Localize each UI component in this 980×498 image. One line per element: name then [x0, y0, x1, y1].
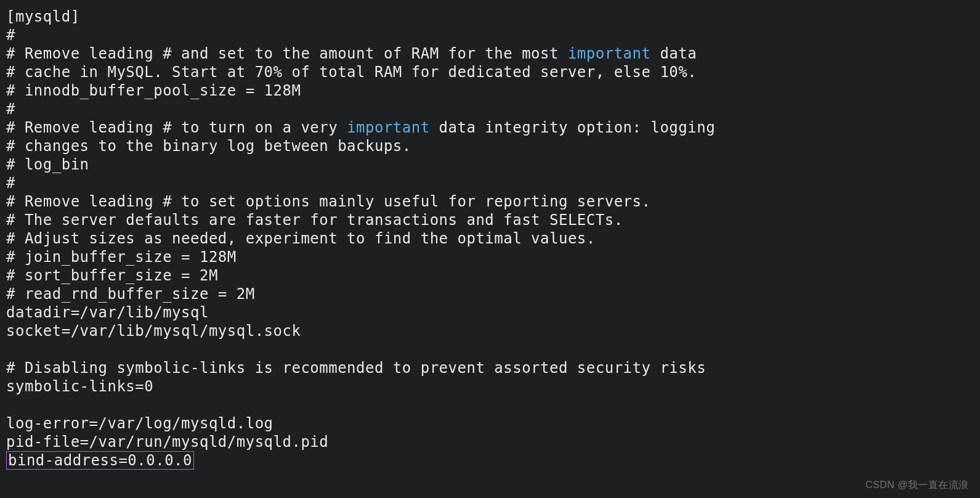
- config-line: # Disabling symbolic-links is recommende…: [6, 359, 706, 377]
- config-line: symbolic-links=0: [6, 378, 153, 395]
- config-line: # The server defaults are faster for tra…: [6, 211, 623, 229]
- config-line: # changes to the binary log between back…: [6, 137, 411, 155]
- config-line: [mysqld]: [6, 8, 80, 25]
- config-line: # cache in MySQL. Start at 70% of total …: [6, 63, 697, 81]
- config-line: # innodb_buffer_pool_size = 128M: [6, 82, 301, 99]
- config-line: log-error=/var/log/mysqld.log: [6, 415, 273, 432]
- highlighted-bind-address: bind-address=0.0.0.0: [6, 451, 194, 470]
- config-line: # Remove leading # to turn on a very: [6, 119, 347, 136]
- config-line: # Remove leading # to set options mainly…: [6, 193, 650, 210]
- config-line: #: [6, 100, 15, 118]
- config-line: #: [6, 174, 15, 192]
- config-line: socket=/var/lib/mysql/mysql.sock: [6, 322, 301, 340]
- config-line: # log_bin: [6, 156, 89, 173]
- watermark: CSDN @我一直在流浪: [865, 479, 969, 492]
- config-line: pid-file=/var/run/mysqld/mysqld.pid: [6, 433, 328, 451]
- config-line: # Adjust sizes as needed, experiment to …: [6, 230, 596, 247]
- config-line: data integrity option: logging: [430, 119, 715, 136]
- highlighted-word: important: [347, 119, 430, 136]
- config-line: # read_rnd_buffer_size = 2M: [6, 285, 255, 303]
- config-line: data: [650, 45, 697, 62]
- config-file-content: [mysqld] # # Remove leading # and set to…: [0, 0, 980, 476]
- config-line: datadir=/var/lib/mysql: [6, 304, 209, 321]
- config-line: #: [6, 27, 15, 44]
- config-line: # join_buffer_size = 128M: [6, 248, 237, 266]
- highlighted-word: important: [568, 45, 651, 62]
- config-line: # sort_buffer_size = 2M: [6, 267, 218, 284]
- config-line: # Remove leading # and set to the amount…: [6, 45, 568, 62]
